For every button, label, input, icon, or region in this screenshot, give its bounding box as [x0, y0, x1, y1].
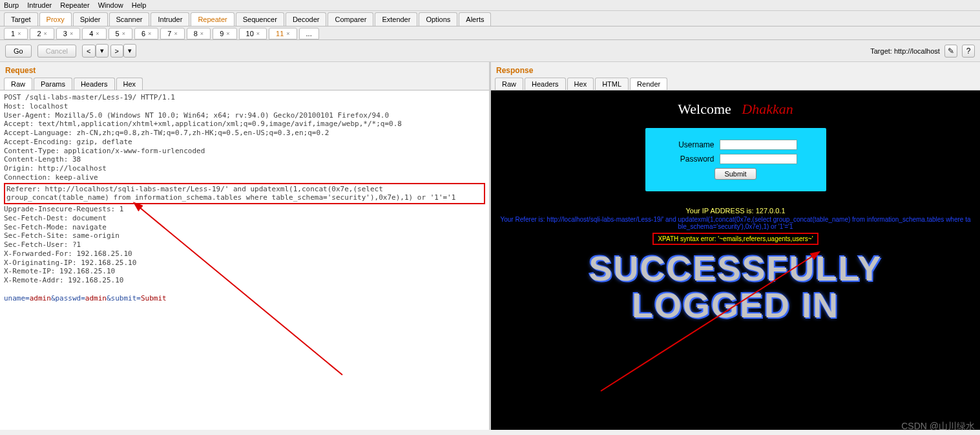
subtab-more[interactable]: ... [299, 28, 319, 39]
success-line1: SUCCESSFULLY [491, 250, 980, 287]
tab-comparer[interactable]: Comparer [328, 12, 373, 26]
watermark: CSDN @山川绿水 [901, 421, 975, 432]
menu-window[interactable]: Window [98, 1, 123, 9]
menu-bar: Burp Intruder Repeater Window Help [0, 0, 980, 11]
help-icon[interactable]: ? [962, 45, 975, 58]
login-form: Username Password Submit [645, 128, 826, 191]
cancel-button[interactable]: Cancel [37, 45, 76, 58]
svg-line-0 [139, 207, 342, 375]
request-tab-headers[interactable]: Headers [74, 78, 115, 90]
tab-proxy[interactable]: Proxy [39, 12, 72, 26]
subtab-6[interactable]: 6× [134, 28, 158, 39]
target-label: Target: http://localhost [870, 47, 940, 55]
subtab-4[interactable]: 4× [82, 28, 106, 39]
request-pane: Request Raw Params Headers Hex POST /sql… [0, 62, 489, 430]
request-title: Request [0, 62, 489, 78]
subtab-11[interactable]: 11× [269, 28, 297, 39]
request-tab-params[interactable]: Params [34, 78, 72, 90]
tab-repeater[interactable]: Repeater [191, 12, 234, 26]
prev-button[interactable]: < [82, 45, 95, 58]
welcome-text: Welcome Dhakkan [491, 101, 980, 118]
referer-line: Your Referer is: http://localhost/sqli-l… [499, 216, 972, 230]
response-title: Response [491, 62, 980, 78]
action-bar: Go Cancel <▾ >▾ Target: http://localhost… [0, 40, 980, 62]
request-tab-hex[interactable]: Hex [116, 78, 143, 90]
xpath-error: XPATH syntax error: '~emails,referers,ua… [652, 233, 818, 245]
username-input[interactable] [720, 140, 797, 150]
menu-repeater[interactable]: Repeater [60, 1, 89, 9]
password-label: Password [674, 154, 714, 164]
password-input[interactable] [720, 154, 797, 164]
subtab-3[interactable]: 3× [56, 28, 80, 39]
tab-spider[interactable]: Spider [73, 12, 108, 26]
edit-target-icon[interactable]: ✎ [944, 45, 957, 58]
username-label: Username [674, 140, 714, 149]
ip-line: Your IP ADDRESS is: 127.0.0.1 [491, 207, 980, 215]
tool-tabs: Target Proxy Spider Scanner Intruder Rep… [0, 11, 980, 27]
tab-alerts[interactable]: Alerts [459, 12, 491, 26]
render-view: Welcome Dhakkan Username Password Submit… [491, 90, 980, 430]
tab-decoder[interactable]: Decoder [286, 12, 327, 26]
subtab-7[interactable]: 7× [160, 28, 184, 39]
subtab-5[interactable]: 5× [109, 28, 132, 39]
subtab-1[interactable]: 1× [4, 28, 28, 39]
response-pane: Response Raw Headers Hex HTML Render Wel… [489, 62, 980, 430]
response-tab-render[interactable]: Render [630, 78, 667, 90]
response-tab-hex[interactable]: Hex [567, 78, 594, 90]
next-dropdown[interactable]: ▾ [123, 44, 136, 58]
next-button[interactable]: > [110, 45, 123, 58]
response-tab-raw[interactable]: Raw [495, 78, 523, 90]
request-editor[interactable]: POST /sqli-labs-master/Less-19/ HTTP/1.1… [0, 90, 489, 430]
repeater-subtabs: 1× 2× 3× 4× 5× 6× 7× 8× 9× 10× 11× ... [0, 27, 980, 40]
submit-button[interactable]: Submit [714, 168, 756, 180]
tab-target[interactable]: Target [4, 12, 38, 26]
success-line2: LOGGED IN [491, 287, 980, 324]
subtab-10[interactable]: 10× [239, 28, 267, 39]
referer-highlight: Referer: http://localhost/sqli-labs-mast… [4, 183, 485, 205]
subtab-2[interactable]: 2× [30, 28, 54, 39]
tab-intruder[interactable]: Intruder [151, 12, 189, 26]
prev-dropdown[interactable]: ▾ [96, 44, 109, 58]
subtab-9[interactable]: 9× [213, 28, 236, 39]
tab-scanner[interactable]: Scanner [109, 12, 150, 26]
request-tab-raw[interactable]: Raw [4, 78, 32, 90]
subtab-8[interactable]: 8× [187, 28, 211, 39]
tab-extender[interactable]: Extender [375, 12, 417, 26]
tab-options[interactable]: Options [419, 12, 457, 26]
menu-intruder[interactable]: Intruder [27, 1, 52, 9]
response-tab-html[interactable]: HTML [595, 78, 629, 90]
menu-help[interactable]: Help [132, 1, 147, 9]
go-button[interactable]: Go [5, 45, 32, 58]
menu-burp[interactable]: Burp [4, 1, 19, 9]
response-tab-headers[interactable]: Headers [525, 78, 566, 90]
tab-sequencer[interactable]: Sequencer [236, 12, 284, 26]
